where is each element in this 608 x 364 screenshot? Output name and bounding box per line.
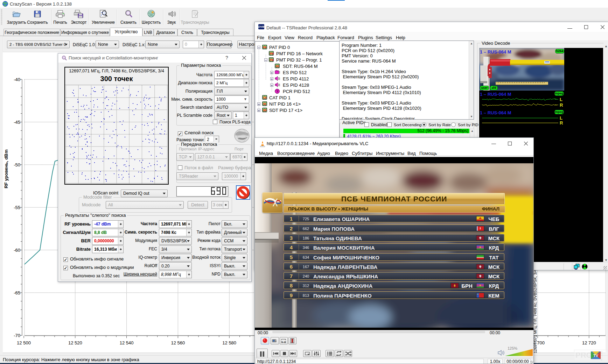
svg-text:-55: -55: [14, 205, 20, 210]
svg-text:12 560: 12 560: [171, 340, 185, 345]
svg-text:-45: -45: [14, 120, 20, 125]
svg-text:RF уровень, dBm: RF уровень, dBm: [4, 150, 9, 188]
svg-text:-40: -40: [14, 77, 20, 82]
svg-text:-50: -50: [14, 162, 20, 167]
svg-text:12 580: 12 580: [222, 340, 236, 345]
svg-text:-60: -60: [14, 248, 20, 253]
svg-text:-65: -65: [14, 290, 20, 295]
svg-text:12 500: 12 500: [17, 340, 31, 345]
svg-text:-70: -70: [14, 333, 20, 338]
svg-text:12 540: 12 540: [120, 340, 134, 345]
svg-text:12 720: 12 720: [582, 340, 596, 345]
svg-text:12 520: 12 520: [68, 340, 82, 345]
svg-text:TV: TV: [593, 354, 599, 358]
svg-text:A: A: [281, 341, 283, 343]
svg-text:B: B: [284, 341, 286, 343]
